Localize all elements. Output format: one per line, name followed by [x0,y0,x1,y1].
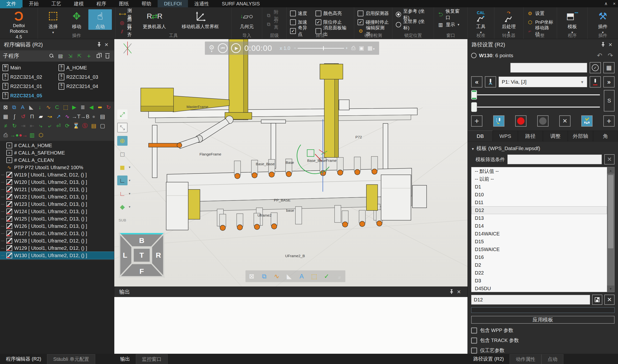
prog-rotate-icon[interactable]: ↻ [105,104,113,111]
prog-signal-out-icon[interactable]: ●→ [19,131,27,139]
fit-view-icon[interactable]: ⤢ [117,109,127,119]
position-slider[interactable] [471,90,601,100]
template-list-item[interactable]: D12 [471,206,607,214]
subprogram-item[interactable]: S≡R2ZC3214_03 [57,73,113,81]
add-point-after-button[interactable]: + [603,115,615,127]
status-tab[interactable]: 输出 [114,354,136,364]
template-list-item[interactable]: D14 [471,222,607,230]
vp-swap-icon[interactable]: ⧉ [260,271,269,281]
close-icon[interactable]: ✕ [455,289,463,295]
template-description-box[interactable] [471,307,615,313]
prog-refresh-icon[interactable]: ⟳ [63,122,71,130]
menu-item-program[interactable]: 程序 [90,0,113,7]
statement-row[interactable]: W120 [ Utool1, Uframe2, D13, () ] [0,179,114,186]
postprocess-button[interactable]: ↷ 后处理▼ [498,9,520,34]
menu-item-surf-analysis[interactable]: SURF ANALYSIS [215,0,266,7]
verify-points-button[interactable] [581,115,592,127]
include-track-checkbox[interactable]: ✓包含 TRACK 参数 [471,337,615,344]
template-list-item[interactable]: D16 [471,253,607,261]
jog-button[interactable]: ☝ 点动 [88,9,112,30]
template-section-header[interactable]: ▼模板 (WPS_DataFile.wpsdf) [471,144,615,154]
prog-ramp-icon[interactable]: ◣ [27,104,35,111]
prog-doc-icon[interactable]: ▢ [98,122,107,130]
close-window-icon[interactable]: × [613,1,616,6]
template-list-item[interactable]: D22 [471,269,607,277]
menu-item-modeling[interactable]: 建模 [68,0,90,7]
prog-lines-icon[interactable]: ≠ [1,122,10,130]
pin-icon[interactable] [599,42,607,48]
prog-chart-icon[interactable]: ▥ [28,131,36,139]
statement-row[interactable]: W129 [ Utool1, Uframe2, D12, () ] [0,245,114,252]
menu-item-start[interactable]: 开始 [23,0,45,7]
template-list-item[interactable]: D2 [471,261,607,269]
save-template-button[interactable] [592,295,602,305]
solid-cube-icon[interactable]: ◼▼ [117,162,127,172]
prog-play-icon[interactable]: ▶ [70,104,78,111]
record-point-button[interactable] [515,115,526,127]
prog-stop-icon[interactable]: Ⓢ [81,122,89,130]
subprogram-item[interactable]: M≡Main [1,64,57,72]
tab-wps[interactable]: WPS [493,130,518,141]
collapse-ribbon-icon[interactable]: ∧ [604,1,607,6]
statement-row[interactable]: W128 [ Utool1, Uframe2, D12, () ] [0,237,114,245]
prog-signal-in-icon[interactable]: →● [10,131,19,139]
menu-item-file[interactable]: 文件 [0,0,23,7]
display-button[interactable]: ▥显示▼ [437,21,464,28]
confirm-point-button[interactable]: ✓ [590,62,601,73]
statement-row[interactable]: W123 [ Utool1, Uframe2, D13, () ] [0,200,114,208]
prog-wait-icon[interactable]: ⌛ [72,122,80,130]
vp-text-frames-icon[interactable]: A [297,271,307,281]
subprogram-item[interactable]: S≡R2ZC3214_01 [1,82,57,91]
status-tab[interactable]: 点动 [541,354,563,364]
vp-robot-icon[interactable]: ⟓ [334,271,344,281]
statement-row[interactable]: W119 [ Utool1, Uframe2, D12, () ] [0,171,114,179]
settings-button[interactable]: ⚙设置 [527,10,553,17]
status-tab[interactable]: 监控窗口 [136,354,168,364]
prog-clip-icon[interactable]: ▤ [90,122,98,130]
template-list-item[interactable]: D15WAICE [471,246,607,253]
delete-template-button[interactable]: ✕ [604,295,615,305]
statement-row[interactable]: W126 [ Utool1, Uframe2, D13, () ] [0,222,114,230]
prog-doc-s-icon[interactable]: ▤ [98,113,107,120]
s-button[interactable]: S [604,90,615,111]
select-button[interactable]: 选择▼ [41,9,65,34]
speed-slider[interactable]: − + [294,46,348,50]
axis-rgb-icon[interactable]: ∟▼ [117,189,127,198]
to-world-radio[interactable]: 至世界 (坐标) [396,21,430,28]
redo-icon[interactable]: ↷ [606,52,615,59]
view-cube[interactable]: B L T R F [118,232,166,279]
template-name-input[interactable] [471,295,590,305]
prog-to-b-icon[interactable]: →B [81,113,89,120]
copy-icon[interactable] [95,52,102,60]
status-tab[interactable]: 动作属性 [509,354,541,364]
prog-text-icon[interactable]: A [19,104,27,111]
template-filter-input[interactable] [507,155,602,164]
clear-filter-button[interactable]: ✕ [604,154,615,165]
rewind-button[interactable]: ⏮ [218,43,228,53]
record-point-disabled-button[interactable] [537,115,549,127]
detach-button[interactable]: ⧉分离 [266,21,283,28]
prog-jump1-icon[interactable]: ⇥ [19,122,27,130]
prog-grid-icon[interactable]: ▦ [1,113,10,120]
template-list-item[interactable]: D11 [471,198,607,206]
statement-row[interactable]: W125 [ Utool1, Uframe2, D13, () ] [0,215,114,222]
plugin-button[interactable]: ⚒ 插件▼ [591,9,615,34]
vp-check-icon[interactable]: ✓ [322,271,332,281]
template-button[interactable]: ⬒••• 模板▼ [561,9,584,34]
template-list-item[interactable]: D13 [471,214,607,222]
process-only-checkbox[interactable]: ✓仅工艺参数 [471,347,615,354]
apply-template-button[interactable]: 应用模板 [471,316,615,324]
swap-robot-button[interactable]: R⇄R 更换机器人 [136,9,173,30]
add-point-before-button[interactable]: + [471,115,482,127]
subprogram-item[interactable]: S≡R2ZC3214_02 [1,73,57,81]
play-button[interactable]: ▶ [231,43,241,53]
statement-row[interactable]: W127 [ Utool1, Uframe2, D13, () ] [0,230,114,237]
menu-item-help[interactable]: 帮助 [135,0,158,7]
prog-arrow-icon[interactable]: ↗ [54,113,63,120]
add-program-icon[interactable]: + [85,52,93,60]
status-tab[interactable]: Stäubli 单元配置 [47,354,95,364]
menu-item-process[interactable]: 工艺 [45,0,68,7]
to-reference-radio[interactable]: 至参考 (坐标) [396,11,430,18]
close-icon[interactable]: ✕ [103,42,110,48]
statement-row[interactable]: ∿PTP P72 Utool1 Uframe2 100% [0,164,114,171]
